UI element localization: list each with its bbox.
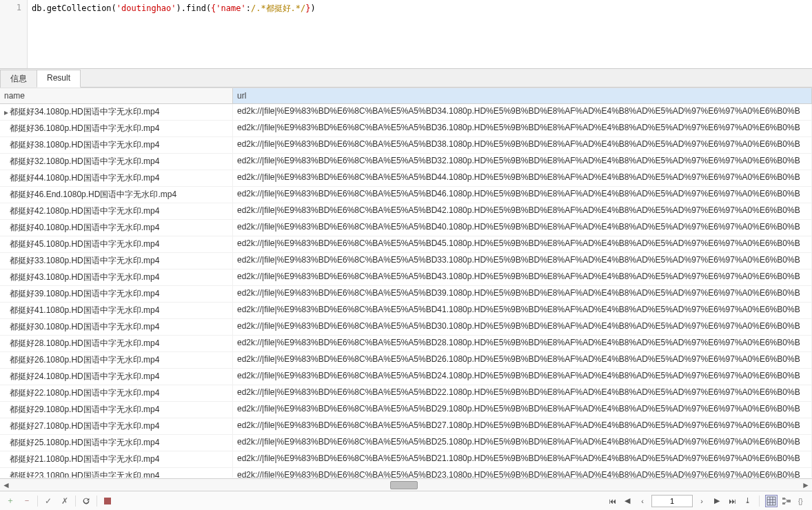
cell-url[interactable]: ed2k://|file|%E9%83%BD%E6%8C%BA%E5%A5%BD… bbox=[233, 369, 812, 385]
cell-url[interactable]: ed2k://|file|%E9%83%BD%E6%8C%BA%E5%A5%BD… bbox=[233, 352, 812, 368]
next-record-button[interactable]: › bbox=[696, 495, 708, 507]
table-row[interactable]: 都挺好39.1080p.HD国语中字无水印.mp4ed2k://|file|%E… bbox=[0, 286, 812, 303]
cell-name[interactable]: 都挺好21.1080p.HD国语中字无水印.mp4 bbox=[0, 451, 233, 467]
cell-url[interactable]: ed2k://|file|%E9%83%BD%E6%8C%BA%E5%A5%BD… bbox=[233, 385, 812, 401]
cell-url[interactable]: ed2k://|file|%E9%83%BD%E6%8C%BA%E5%A5%BD… bbox=[233, 220, 812, 236]
cell-url[interactable]: ed2k://|file|%E9%83%BD%E6%8C%BA%E5%A5%BD… bbox=[233, 253, 812, 269]
first-page-button[interactable]: ⏮ bbox=[606, 495, 618, 507]
scroll-left-icon[interactable]: ◄ bbox=[0, 480, 12, 490]
table-row[interactable]: 都挺好43.1080p.HD国语中字无水印.mp4ed2k://|file|%E… bbox=[0, 269, 812, 286]
table-row[interactable]: ▸都挺好34.1080p.HD国语中字无水印.mp4ed2k://|file|%… bbox=[0, 104, 812, 121]
cell-url[interactable]: ed2k://|file|%E9%83%BD%E6%8C%BA%E5%A5%BD… bbox=[233, 468, 812, 478]
table-row[interactable]: 都挺好27.1080p.HD国语中字无水印.mp4ed2k://|file|%E… bbox=[0, 418, 812, 435]
table-row[interactable]: 都挺好29.1080p.HD国语中字无水印.mp4ed2k://|file|%E… bbox=[0, 402, 812, 418]
delete-row-button[interactable]: － bbox=[21, 495, 33, 507]
table-row[interactable]: 都挺好32.1080p.HD国语中字无水印.mp4ed2k://|file|%E… bbox=[0, 154, 812, 170]
grid-body[interactable]: ▸都挺好34.1080p.HD国语中字无水印.mp4ed2k://|file|%… bbox=[0, 104, 812, 478]
cell-url[interactable]: ed2k://|file|%E9%83%BD%E6%8C%BA%E5%A5%BD… bbox=[233, 236, 812, 252]
cell-url[interactable]: ed2k://|file|%E9%83%BD%E6%8C%BA%E5%A5%BD… bbox=[233, 286, 812, 302]
table-row[interactable]: 都挺好38.1080p.HD国语中字无水印.mp4ed2k://|file|%E… bbox=[0, 137, 812, 154]
cell-name[interactable]: 都挺好29.1080p.HD国语中字无水印.mp4 bbox=[0, 402, 233, 418]
tab-info[interactable]: 信息 bbox=[0, 70, 37, 88]
name-text: 都挺好41.1080p.HD国语中字无水印.mp4 bbox=[10, 305, 159, 316]
cell-name[interactable]: 都挺好39.1080p.HD国语中字无水印.mp4 bbox=[0, 286, 233, 302]
table-row[interactable]: 都挺好33.1080p.HD国语中字无水印.mp4ed2k://|file|%E… bbox=[0, 253, 812, 269]
json-view-button[interactable]: {} bbox=[795, 495, 808, 507]
column-header-name[interactable]: name bbox=[0, 88, 233, 103]
cell-url[interactable]: ed2k://|file|%E9%83%BD%E6%8C%BA%E5%A5%BD… bbox=[233, 319, 812, 335]
table-row[interactable]: 都挺好41.1080p.HD国语中字无水印.mp4ed2k://|file|%E… bbox=[0, 303, 812, 319]
cell-name[interactable]: 都挺好38.1080p.HD国语中字无水印.mp4 bbox=[0, 137, 233, 153]
table-row[interactable]: 都挺好28.1080p.HD国语中字无水印.mp4ed2k://|file|%E… bbox=[0, 336, 812, 352]
table-row[interactable]: 都挺好42.1080p.HD国语中字无水印.mp4ed2k://|file|%E… bbox=[0, 203, 812, 220]
last-page-button[interactable]: ⏭ bbox=[726, 495, 738, 507]
cell-name[interactable]: 都挺好26.1080p.HD国语中字无水印.mp4 bbox=[0, 352, 233, 368]
prev-page-button[interactable]: ◀ bbox=[621, 495, 633, 507]
stop-button[interactable] bbox=[101, 495, 114, 507]
grid-view-button[interactable] bbox=[765, 495, 778, 507]
table-row[interactable]: 都挺好25.1080p.HD国语中字无水印.mp4ed2k://|file|%E… bbox=[0, 435, 812, 451]
cell-name[interactable]: 都挺好42.1080p.HD国语中字无水印.mp4 bbox=[0, 203, 233, 219]
table-row[interactable]: 都挺好30.1080p.HD国语中字无水印.mp4ed2k://|file|%E… bbox=[0, 319, 812, 336]
table-row[interactable]: 都挺好22.1080p.HD国语中字无水印.mp4ed2k://|file|%E… bbox=[0, 385, 812, 402]
page-input[interactable] bbox=[651, 495, 693, 507]
tab-result[interactable]: Result bbox=[37, 70, 81, 88]
cell-name[interactable]: 都挺好33.1080p.HD国语中字无水印.mp4 bbox=[0, 253, 233, 269]
table-row[interactable]: 都挺好46.End.1080p.HD国语中字无水印.mp4ed2k://|fil… bbox=[0, 187, 812, 203]
svg-text:{}: {} bbox=[798, 498, 803, 505]
refresh-button[interactable] bbox=[80, 495, 92, 507]
table-row[interactable]: 都挺好21.1080p.HD国语中字无水印.mp4ed2k://|file|%E… bbox=[0, 451, 812, 468]
cell-url[interactable]: ed2k://|file|%E9%83%BD%E6%8C%BA%E5%A5%BD… bbox=[233, 435, 812, 451]
table-row[interactable]: 都挺好40.1080p.HD国语中字无水印.mp4ed2k://|file|%E… bbox=[0, 220, 812, 236]
cell-name[interactable]: 都挺好24.1080p.HD国语中字无水印.mp4 bbox=[0, 369, 233, 385]
cell-name[interactable]: 都挺好22.1080p.HD国语中字无水印.mp4 bbox=[0, 385, 233, 401]
horizontal-scrollbar[interactable]: ◄ ► bbox=[0, 478, 812, 491]
cell-name[interactable]: 都挺好28.1080p.HD国语中字无水印.mp4 bbox=[0, 336, 233, 351]
cell-url[interactable]: ed2k://|file|%E9%83%BD%E6%8C%BA%E5%A5%BD… bbox=[233, 203, 812, 219]
cell-url[interactable]: ed2k://|file|%E9%83%BD%E6%8C%BA%E5%A5%BD… bbox=[233, 137, 812, 153]
cell-url[interactable]: ed2k://|file|%E9%83%BD%E6%8C%BA%E5%A5%BD… bbox=[233, 303, 812, 318]
cell-url[interactable]: ed2k://|file|%E9%83%BD%E6%8C%BA%E5%A5%BD… bbox=[233, 187, 812, 203]
cell-url[interactable]: ed2k://|file|%E9%83%BD%E6%8C%BA%E5%A5%BD… bbox=[233, 451, 812, 467]
cell-name[interactable]: 都挺好36.1080p.HD国语中字无水印.mp4 bbox=[0, 121, 233, 136]
table-row[interactable]: 都挺好26.1080p.HD国语中字无水印.mp4ed2k://|file|%E… bbox=[0, 352, 812, 369]
cell-name[interactable]: ▸都挺好34.1080p.HD国语中字无水印.mp4 bbox=[0, 104, 233, 120]
cell-name[interactable]: 都挺好44.1080p.HD国语中字无水印.mp4 bbox=[0, 170, 233, 186]
load-more-button[interactable]: ⤓ bbox=[741, 495, 753, 507]
table-row[interactable]: 都挺好23.1080p.HD国语中字无水印.mp4ed2k://|file|%E… bbox=[0, 468, 812, 478]
cancel-button[interactable]: ✗ bbox=[59, 495, 71, 507]
tree-view-button[interactable] bbox=[780, 495, 793, 507]
table-row[interactable]: 都挺好36.1080p.HD国语中字无水印.mp4ed2k://|file|%E… bbox=[0, 121, 812, 137]
cell-name[interactable]: 都挺好32.1080p.HD国语中字无水印.mp4 bbox=[0, 154, 233, 170]
cell-url[interactable]: ed2k://|file|%E9%83%BD%E6%8C%BA%E5%A5%BD… bbox=[233, 402, 812, 418]
editor-code[interactable]: db.getCollection('doutinghao').find({'na… bbox=[28, 0, 812, 68]
scroll-thumb[interactable] bbox=[390, 481, 418, 489]
column-header-url[interactable]: url bbox=[233, 88, 812, 103]
cell-name[interactable]: 都挺好43.1080p.HD国语中字无水印.mp4 bbox=[0, 269, 233, 285]
cell-name[interactable]: 都挺好25.1080p.HD国语中字无水印.mp4 bbox=[0, 435, 233, 451]
cell-url[interactable]: ed2k://|file|%E9%83%BD%E6%8C%BA%E5%A5%BD… bbox=[233, 418, 812, 434]
cell-url[interactable]: ed2k://|file|%E9%83%BD%E6%8C%BA%E5%A5%BD… bbox=[233, 154, 812, 170]
add-row-button[interactable]: ＋ bbox=[4, 495, 17, 507]
cell-name[interactable]: 都挺好27.1080p.HD国语中字无水印.mp4 bbox=[0, 418, 233, 434]
commit-button[interactable]: ✓ bbox=[42, 495, 54, 507]
cell-name[interactable]: 都挺好46.End.1080p.HD国语中字无水印.mp4 bbox=[0, 187, 233, 203]
cell-url[interactable]: ed2k://|file|%E9%83%BD%E6%8C%BA%E5%A5%BD… bbox=[233, 269, 812, 285]
scroll-right-icon[interactable]: ► bbox=[800, 480, 812, 490]
cell-url[interactable]: ed2k://|file|%E9%83%BD%E6%8C%BA%E5%A5%BD… bbox=[233, 121, 812, 136]
table-row[interactable]: 都挺好24.1080p.HD国语中字无水印.mp4ed2k://|file|%E… bbox=[0, 369, 812, 385]
table-row[interactable]: 都挺好44.1080p.HD国语中字无水印.mp4ed2k://|file|%E… bbox=[0, 170, 812, 187]
cell-url[interactable]: ed2k://|file|%E9%83%BD%E6%8C%BA%E5%A5%BD… bbox=[233, 336, 812, 351]
cell-name[interactable]: 都挺好40.1080p.HD国语中字无水印.mp4 bbox=[0, 220, 233, 236]
prev-record-button[interactable]: ‹ bbox=[636, 495, 649, 507]
next-page-button[interactable]: ▶ bbox=[711, 495, 723, 507]
cell-url[interactable]: ed2k://|file|%E9%83%BD%E6%8C%BA%E5%A5%BD… bbox=[233, 104, 812, 120]
scroll-track[interactable] bbox=[12, 480, 800, 490]
cell-name[interactable]: 都挺好30.1080p.HD国语中字无水印.mp4 bbox=[0, 319, 233, 335]
cell-name[interactable]: 都挺好23.1080p.HD国语中字无水印.mp4 bbox=[0, 468, 233, 478]
cell-url[interactable]: ed2k://|file|%E9%83%BD%E6%8C%BA%E5%A5%BD… bbox=[233, 170, 812, 186]
cell-name[interactable]: 都挺好41.1080p.HD国语中字无水印.mp4 bbox=[0, 303, 233, 318]
table-row[interactable]: 都挺好45.1080p.HD国语中字无水印.mp4ed2k://|file|%E… bbox=[0, 236, 812, 253]
query-editor[interactable]: 1 db.getCollection('doutinghao').find({'… bbox=[0, 0, 812, 69]
cell-name[interactable]: 都挺好45.1080p.HD国语中字无水印.mp4 bbox=[0, 236, 233, 252]
